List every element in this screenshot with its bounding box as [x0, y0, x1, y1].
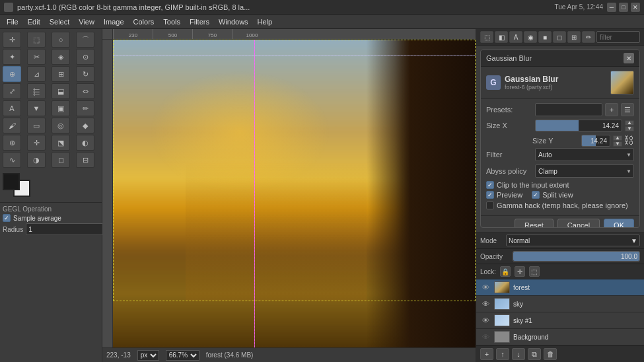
- layer-item-background[interactable]: 👁 Background: [476, 329, 644, 345]
- layer-visibility-background[interactable]: 👁: [480, 332, 491, 342]
- maximize-button[interactable]: □: [619, 3, 628, 12]
- tool-bucket[interactable]: ▼: [27, 100, 46, 116]
- tool-paintbrush[interactable]: 🖌: [3, 118, 21, 133]
- dialog-close-button[interactable]: ✕: [624, 53, 634, 63]
- tool-color-picker[interactable]: ⊙: [76, 49, 94, 65]
- reset-button[interactable]: Reset: [515, 219, 554, 228]
- tool-perspective[interactable]: ⬓: [52, 83, 70, 99]
- layer-visibility-sky[interactable]: 👁: [480, 299, 491, 309]
- layers-mode-select[interactable]: Normal ▼: [506, 235, 640, 246]
- layer-duplicate-button[interactable]: ⧉: [528, 348, 541, 360]
- tool-crop[interactable]: ⊞: [52, 66, 70, 82]
- cancel-button[interactable]: Cancel: [557, 219, 600, 228]
- tool-move[interactable]: ✛: [3, 32, 21, 48]
- tool-ellipse-select[interactable]: ○: [52, 32, 70, 48]
- rt-icon-8[interactable]: ✏: [582, 31, 595, 43]
- split-view-label[interactable]: ✓ Split view: [532, 191, 573, 199]
- gamma-hack-checkbox[interactable]: [486, 201, 494, 209]
- menu-windows[interactable]: Windows: [215, 17, 252, 27]
- tool-rect-select[interactable]: ⬚: [27, 32, 46, 48]
- tool-perspective-clone[interactable]: ⬔: [52, 135, 70, 151]
- menu-filters[interactable]: Filters: [186, 17, 213, 27]
- layer-new-button[interactable]: +: [480, 348, 493, 360]
- menu-file[interactable]: File: [3, 17, 22, 27]
- ok-button[interactable]: OK: [604, 219, 634, 228]
- rt-icon-7[interactable]: ⊞: [567, 31, 581, 43]
- abyss-select[interactable]: Clamp: [535, 164, 634, 178]
- preview-label[interactable]: ✓ Preview: [486, 191, 522, 199]
- tool-shear[interactable]: ⬱: [27, 83, 46, 99]
- presets-add-button[interactable]: +: [605, 103, 618, 116]
- tool-pencil[interactable]: ✏: [76, 100, 94, 116]
- opacity-slider[interactable]: 100.0: [513, 251, 640, 262]
- rt-icon-4[interactable]: ◉: [524, 31, 537, 43]
- filter-input[interactable]: [596, 31, 640, 43]
- clip-input-label[interactable]: ✓ Clip to the input extent: [486, 181, 634, 189]
- rt-icon-5[interactable]: ■: [538, 31, 552, 43]
- layer-lower-button[interactable]: ↓: [512, 348, 525, 360]
- clip-input-checkbox[interactable]: ✓: [486, 181, 494, 189]
- tool-airbrush[interactable]: ◎: [52, 118, 70, 133]
- rt-icon-3[interactable]: A: [509, 31, 522, 43]
- zoom-select[interactable]: 66.7%: [166, 350, 199, 361]
- tool-blend[interactable]: ▣: [52, 100, 70, 116]
- tool-free-select[interactable]: ⌒: [76, 32, 94, 48]
- tool-heal[interactable]: ✛: [27, 135, 46, 151]
- tool-scissors[interactable]: ✂: [27, 49, 46, 65]
- layer-visibility-forest[interactable]: 👁: [480, 282, 491, 293]
- tool-flip[interactable]: ⇔: [76, 83, 94, 99]
- size-x-down[interactable]: ▼: [625, 126, 634, 131]
- presets-select[interactable]: [535, 103, 602, 116]
- tool-rotate[interactable]: ↻: [76, 66, 94, 82]
- layer-item-sky1[interactable]: 👁 sky #1: [476, 312, 644, 329]
- tool-align[interactable]: ⊟: [76, 152, 94, 168]
- lock-pixels-button[interactable]: 🔒: [500, 266, 511, 277]
- tool-scale[interactable]: ⤢: [3, 83, 21, 99]
- tool-measure[interactable]: ⊿: [27, 66, 46, 82]
- lock-position-button[interactable]: ✛: [515, 266, 525, 277]
- canvas-image[interactable]: [113, 40, 476, 347]
- size-y-up[interactable]: ▲: [613, 135, 622, 141]
- tool-eraser[interactable]: ▭: [27, 118, 46, 133]
- sample-average-checkbox[interactable]: ✓: [3, 214, 11, 222]
- layer-item-forest[interactable]: 👁 forest: [476, 279, 644, 296]
- menu-tools[interactable]: Tools: [159, 17, 184, 27]
- filter-select[interactable]: Auto: [535, 148, 634, 161]
- menu-view[interactable]: View: [75, 17, 98, 27]
- layer-visibility-sky1[interactable]: 👁: [480, 315, 491, 326]
- tool-zoom[interactable]: ⊕: [3, 66, 21, 82]
- close-button[interactable]: ✕: [631, 3, 640, 12]
- split-view-checkbox[interactable]: ✓: [532, 191, 540, 199]
- menu-help[interactable]: Help: [254, 17, 277, 27]
- tool-foreground-select[interactable]: ◈: [52, 49, 70, 65]
- size-y-slider[interactable]: 14.24: [581, 135, 610, 147]
- unit-select[interactable]: px: [137, 350, 159, 361]
- tool-ink[interactable]: ◆: [76, 118, 94, 133]
- layer-delete-button[interactable]: 🗑: [544, 348, 557, 360]
- gamma-hack-label[interactable]: Gamma hack (temp hack, please ignore): [486, 201, 634, 209]
- menu-colors[interactable]: Colors: [129, 17, 159, 27]
- rt-icon-1[interactable]: ⬚: [480, 31, 493, 43]
- lock-alpha-button[interactable]: ⬚: [529, 266, 540, 277]
- presets-menu-button[interactable]: ☰: [621, 103, 634, 116]
- menu-select[interactable]: Select: [46, 17, 74, 27]
- layer-item-sky[interactable]: 👁 sky: [476, 296, 644, 312]
- size-x-slider[interactable]: 14.24: [535, 120, 622, 131]
- preview-checkbox[interactable]: ✓: [486, 191, 494, 199]
- tool-dodge-burn[interactable]: ◑: [27, 152, 46, 168]
- tool-fuzzy-select[interactable]: ✦: [3, 49, 21, 65]
- size-x-up[interactable]: ▲: [625, 120, 634, 126]
- menu-edit[interactable]: Edit: [24, 17, 44, 27]
- tool-smudge[interactable]: ∿: [3, 152, 21, 168]
- tool-text[interactable]: A: [3, 100, 21, 116]
- layer-raise-button[interactable]: ↑: [496, 348, 509, 360]
- rt-icon-2[interactable]: ◧: [495, 31, 508, 43]
- size-y-down[interactable]: ▼: [613, 141, 622, 147]
- tool-blur-sharpen[interactable]: ◐: [76, 135, 94, 151]
- foreground-color-swatch[interactable]: [3, 173, 20, 190]
- tool-clone[interactable]: ⊕: [3, 135, 21, 151]
- chain-link-icon[interactable]: ⛓: [624, 135, 634, 147]
- radius-input[interactable]: [26, 223, 115, 235]
- menu-image[interactable]: Image: [100, 17, 128, 27]
- tool-paths[interactable]: ◻: [52, 152, 70, 168]
